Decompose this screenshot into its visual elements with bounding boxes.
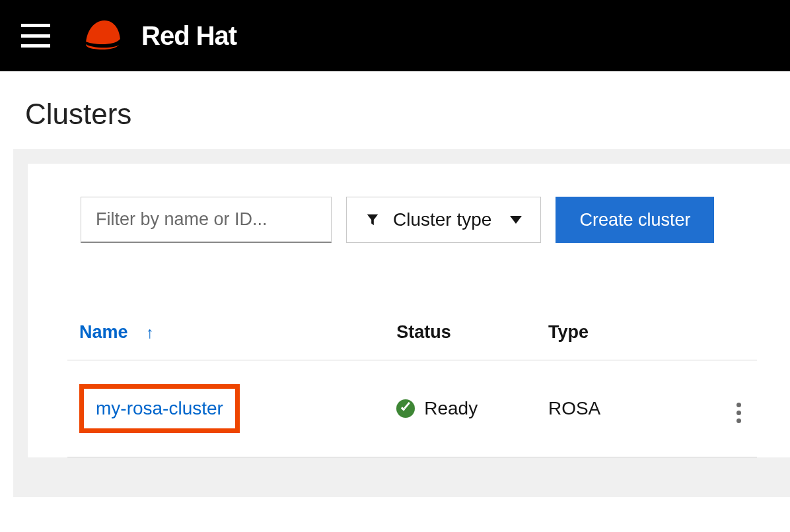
hamburger-menu-icon[interactable] xyxy=(21,24,50,48)
toolbar: Cluster type Create cluster xyxy=(28,197,790,243)
highlight-annotation: my-rosa-cluster xyxy=(79,384,240,433)
brand-name-text: Red Hat xyxy=(141,21,236,51)
table-row: my-rosa-cluster Ready ROSA xyxy=(67,360,757,457)
cluster-type-select[interactable]: Cluster type xyxy=(346,197,541,243)
status-text: Ready xyxy=(424,398,478,419)
column-name-label: Name xyxy=(79,322,128,342)
brand-logo[interactable]: Red Hat xyxy=(77,15,236,56)
filter-funnel-icon xyxy=(365,213,380,227)
content-frame: Cluster type Create cluster Name ↑ Statu… xyxy=(13,149,790,497)
column-header-status[interactable]: Status xyxy=(384,322,536,360)
redhat-fedora-icon xyxy=(77,15,129,56)
filter-input-wrapper xyxy=(81,197,332,243)
top-bar: Red Hat xyxy=(0,0,790,71)
status-cell: Ready xyxy=(396,398,524,419)
kebab-menu-icon[interactable] xyxy=(733,399,745,427)
type-cell: ROSA xyxy=(536,360,688,457)
cluster-name-link[interactable]: my-rosa-cluster xyxy=(96,398,223,419)
check-circle-icon xyxy=(396,399,415,418)
column-header-name[interactable]: Name ↑ xyxy=(67,322,384,360)
cluster-type-label: Cluster type xyxy=(393,209,491,230)
chevron-down-icon xyxy=(510,216,522,224)
clusters-table: Name ↑ Status Type my-rosa-cluster xyxy=(67,322,757,457)
content-panel: Cluster type Create cluster Name ↑ Statu… xyxy=(28,164,790,457)
create-cluster-button[interactable]: Create cluster xyxy=(556,197,714,243)
clusters-table-wrapper: Name ↑ Status Type my-rosa-cluster xyxy=(28,322,790,457)
column-header-type[interactable]: Type xyxy=(536,322,688,360)
sort-ascending-icon: ↑ xyxy=(146,323,154,342)
column-header-actions xyxy=(688,322,757,360)
page-title: Clusters xyxy=(0,71,790,149)
filter-name-input[interactable] xyxy=(81,197,332,243)
